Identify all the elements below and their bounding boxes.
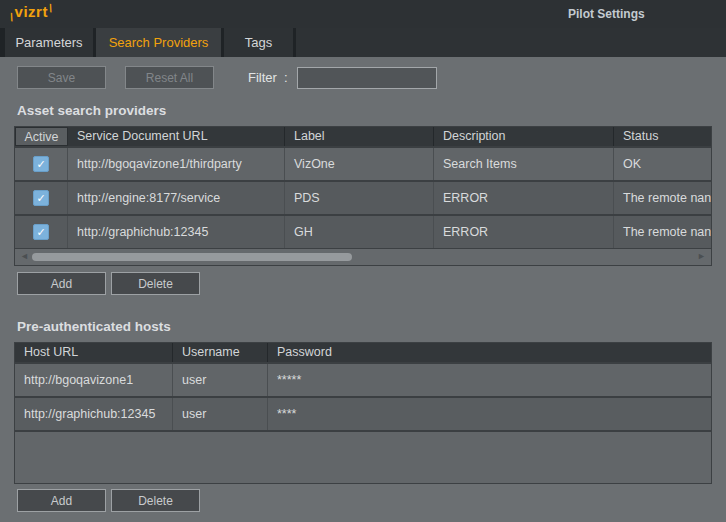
toolbar: Save Reset All Filter : bbox=[14, 66, 712, 89]
column-header-description[interactable]: Description bbox=[434, 127, 614, 146]
host-url-cell: http://bgoqavizone1 bbox=[15, 364, 173, 396]
password-cell: **** bbox=[268, 398, 711, 430]
service-url-cell: http://bgoqavizone1/thirdparty bbox=[68, 148, 285, 180]
label-cell: PDS bbox=[285, 182, 434, 214]
filter-label: Filter : bbox=[248, 70, 288, 85]
tab-tags[interactable]: Tags bbox=[224, 28, 293, 57]
horizontal-scrollbar[interactable]: ◄ ► bbox=[15, 248, 711, 265]
vizrt-logo: \vizrt\ bbox=[10, 3, 52, 20]
asset-providers-header-row: Active Service Document URL Label Descri… bbox=[15, 127, 711, 146]
check-icon: ✓ bbox=[36, 226, 45, 238]
logo-right-mark-icon: \ bbox=[48, 2, 53, 14]
check-icon: ✓ bbox=[36, 158, 45, 170]
description-cell: ERROR bbox=[434, 216, 614, 248]
status-cell: OK bbox=[614, 148, 711, 180]
username-cell: user bbox=[173, 398, 268, 430]
asset-providers-heading: Asset search providers bbox=[17, 103, 712, 118]
column-header-status[interactable]: Status bbox=[614, 127, 711, 146]
hosts-heading: Pre-authenticated hosts bbox=[17, 319, 712, 334]
column-header-service-document-url[interactable]: Service Document URL bbox=[68, 127, 285, 146]
host-url-cell: http://graphichub:12345 bbox=[15, 398, 173, 430]
label-cell: GH bbox=[285, 216, 434, 248]
table-row[interactable]: ✓ http://bgoqavizone1/thirdparty VizOne … bbox=[15, 146, 711, 180]
column-header-host-url[interactable]: Host URL bbox=[15, 343, 173, 362]
tab-bar-filler bbox=[296, 28, 726, 57]
active-checkbox[interactable]: ✓ bbox=[33, 156, 49, 172]
table-row[interactable]: http://graphichub:12345 user **** bbox=[15, 396, 711, 430]
column-header-username[interactable]: Username bbox=[173, 343, 268, 362]
logo-text: vizrt bbox=[15, 3, 48, 20]
label-cell: VizOne bbox=[285, 148, 434, 180]
scrollbar-thumb[interactable] bbox=[32, 253, 352, 261]
window-title: Pilot Settings bbox=[568, 7, 645, 21]
asset-providers-buttons: Add Delete bbox=[14, 272, 712, 295]
column-header-password[interactable]: Password bbox=[268, 343, 711, 362]
settings-panel: Save Reset All Filter : Asset search pro… bbox=[0, 66, 726, 512]
username-cell: user bbox=[173, 364, 268, 396]
status-cell: The remote nan bbox=[614, 182, 711, 214]
active-checkbox[interactable]: ✓ bbox=[33, 224, 49, 240]
scroll-left-icon[interactable]: ◄ bbox=[20, 251, 29, 261]
password-cell: ***** bbox=[268, 364, 711, 396]
check-icon: ✓ bbox=[36, 192, 45, 204]
table-row[interactable]: http://bgoqavizone1 user ***** bbox=[15, 362, 711, 396]
hosts-table: Host URL Username Password http://bgoqav… bbox=[14, 342, 712, 484]
add-provider-button[interactable]: Add bbox=[17, 272, 106, 295]
tab-parameters[interactable]: Parameters bbox=[5, 28, 93, 57]
table-row[interactable]: ✓ http://graphichub:12345 GH ERROR The r… bbox=[15, 214, 711, 248]
hosts-header-row: Host URL Username Password bbox=[15, 343, 711, 362]
active-checkbox[interactable]: ✓ bbox=[33, 190, 49, 206]
save-button[interactable]: Save bbox=[17, 66, 106, 89]
description-cell: ERROR bbox=[434, 182, 614, 214]
hosts-buttons: Add Delete bbox=[14, 489, 712, 512]
column-header-label[interactable]: Label bbox=[285, 127, 434, 146]
service-url-cell: http://engine:8177/service bbox=[68, 182, 285, 214]
active-cell: ✓ bbox=[15, 148, 68, 180]
hosts-table-empty-area bbox=[15, 430, 711, 483]
top-bar: \vizrt\ Pilot Settings bbox=[0, 0, 726, 28]
tab-search-providers[interactable]: Search Providers bbox=[96, 28, 221, 57]
add-host-button[interactable]: Add bbox=[17, 489, 106, 512]
status-cell: The remote nan bbox=[614, 216, 711, 248]
delete-host-button[interactable]: Delete bbox=[111, 489, 200, 512]
column-header-active[interactable]: Active bbox=[15, 127, 68, 146]
table-row[interactable]: ✓ http://engine:8177/service PDS ERROR T… bbox=[15, 180, 711, 214]
description-cell: Search Items bbox=[434, 148, 614, 180]
asset-providers-table: Active Service Document URL Label Descri… bbox=[14, 126, 712, 266]
reset-all-button[interactable]: Reset All bbox=[125, 66, 214, 89]
tab-bar: Parameters Search Providers Tags bbox=[0, 28, 726, 57]
delete-provider-button[interactable]: Delete bbox=[111, 272, 200, 295]
active-cell: ✓ bbox=[15, 216, 68, 248]
scroll-right-icon[interactable]: ► bbox=[697, 251, 706, 261]
active-cell: ✓ bbox=[15, 182, 68, 214]
service-url-cell: http://graphichub:12345 bbox=[68, 216, 285, 248]
filter-input[interactable] bbox=[297, 67, 437, 89]
